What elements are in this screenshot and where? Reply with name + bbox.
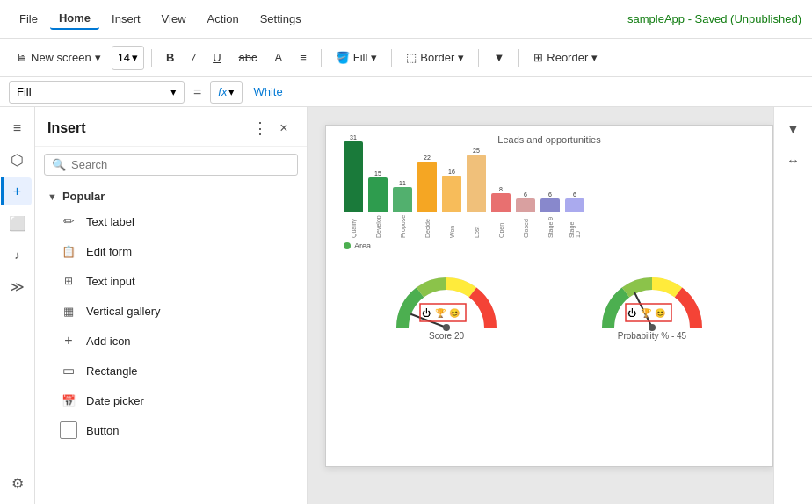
canvas-content: Leads and opportunities 31Qualify15Devel… — [325, 125, 773, 467]
align-button[interactable]: ≡ — [293, 47, 314, 68]
main-layout: ≡ ⬡ + ⬜ ♪ ≫ ⚙ Insert ⋮ × 🔍 ▼ Popular ✏ — [0, 107, 812, 504]
legend-dot — [344, 242, 351, 249]
legend-label: Area — [354, 241, 371, 250]
insert-title: Insert — [47, 120, 86, 136]
settings-icon[interactable]: ⚙ — [4, 469, 32, 497]
canvas-area: Leads and opportunities 31Qualify15Devel… — [308, 107, 773, 504]
insert-icon[interactable]: + — [1, 177, 32, 205]
chevron-down-icon: ▾ — [132, 51, 138, 64]
search-input[interactable] — [71, 158, 290, 171]
list-item[interactable]: 📋 Edit form — [35, 236, 307, 266]
gauge-1-label: Score 20 — [429, 331, 464, 341]
chart-legend: Area — [340, 241, 758, 250]
hamburger-icon[interactable]: ≡ — [4, 114, 32, 142]
left-sidebar: ≡ ⬡ + ⬜ ♪ ≫ ⚙ — [0, 107, 35, 504]
collapse-arrow-icon: ▼ — [47, 191, 57, 202]
bar-group: 22Decide — [417, 155, 437, 238]
menu-action[interactable]: Action — [199, 9, 248, 29]
collapse-icon[interactable]: ▼ — [779, 114, 808, 142]
reorder-button[interactable]: ⊞ Reorder ▾ — [526, 47, 605, 68]
gallery-icon: ▦ — [60, 302, 77, 320]
bar-group: 25Lost — [467, 148, 486, 238]
right-sidebar: ▼ ↔ — [773, 107, 812, 504]
edit-form-icon: 📋 — [60, 242, 77, 260]
svg-point-7 — [649, 324, 656, 331]
reorder-icon: ⊞ — [533, 51, 543, 64]
gauge-1: ⏻ 🏆 😊 Score 20 — [389, 266, 504, 341]
close-icon[interactable]: × — [273, 118, 294, 139]
more-options-icon[interactable]: ⋮ — [252, 119, 268, 138]
screen-icon: 🖥 — [16, 51, 27, 64]
italic-button[interactable]: / — [185, 47, 203, 68]
font-button[interactable]: A — [267, 47, 289, 68]
fx-button[interactable]: fx ▾ — [210, 81, 243, 104]
list-item[interactable]: + Add icon — [35, 326, 307, 356]
menu-home[interactable]: Home — [50, 8, 99, 30]
chevron-down-icon: ▾ — [228, 85, 235, 98]
formula-input[interactable] — [248, 81, 803, 104]
chart-container: Leads and opportunities 31Qualify15Devel… — [326, 126, 772, 254]
media-icon[interactable]: ♪ — [4, 241, 32, 269]
list-item[interactable]: ✏ Text label — [35, 206, 307, 236]
popular-section-header[interactable]: ▼ Popular — [35, 183, 307, 206]
list-item[interactable]: ▭ Rectangle — [35, 356, 307, 385]
button-icon — [60, 421, 77, 439]
app-status: sampleApp - Saved (Unpublished) — [627, 12, 801, 25]
text-input-icon: ⊞ — [60, 272, 77, 290]
data-icon[interactable]: ⬜ — [4, 209, 32, 237]
bar-group: 6Stage 9 — [540, 191, 560, 238]
menu-file[interactable]: File — [11, 9, 47, 29]
text-label-icon: ✏ — [60, 212, 77, 230]
dropdown-arrow: ▾ — [95, 51, 101, 64]
bar-group: 31Qualify — [344, 134, 363, 238]
separator — [151, 49, 152, 67]
gauge-2-wrap: ⏻ 🏆 😊 — [595, 266, 709, 328]
gauge-1-wrap: ⏻ 🏆 😊 — [389, 266, 504, 328]
fill-dropdown[interactable]: Fill ▾ — [9, 81, 185, 104]
chevron-down-icon: ▾ — [591, 51, 598, 64]
underline-button[interactable]: U — [206, 47, 228, 68]
connections-icon[interactable]: ≫ — [4, 272, 32, 300]
new-screen-button[interactable]: 🖥 New screen ▾ — [9, 47, 108, 68]
insert-items: ▼ Popular ✏ Text label 📋 Edit form ⊞ Tex… — [35, 183, 307, 504]
svg-text:⏻: ⏻ — [422, 308, 431, 318]
search-icon: 🔍 — [52, 158, 66, 171]
chevron-down-icon: ▾ — [371, 51, 377, 64]
menu-settings[interactable]: Settings — [251, 9, 310, 29]
chevron-down-icon: ▾ — [458, 51, 464, 64]
strikethrough-button[interactable]: abc — [232, 47, 265, 68]
chart-title: Leads and opportunities — [340, 134, 758, 145]
separator4 — [478, 49, 479, 67]
svg-text:😊: 😊 — [655, 307, 666, 319]
gauges-row: ⏻ 🏆 😊 Score 20 — [326, 257, 772, 349]
bar-group: 6Closed — [516, 191, 535, 238]
screens-icon[interactable]: ⬡ — [4, 146, 32, 174]
date-picker-icon: 📅 — [60, 392, 77, 409]
list-item[interactable]: 📅 Date picker — [35, 385, 307, 415]
dropdown-button[interactable]: ▼ — [486, 47, 511, 68]
list-item[interactable]: Button — [35, 415, 307, 445]
bar-group: 16Won — [442, 169, 461, 238]
font-size-dropdown[interactable]: 14 ▾ — [112, 46, 144, 70]
bar-chart: 31Qualify15Develop11Propose22Decide16Won… — [340, 150, 758, 238]
svg-text:⏻: ⏻ — [627, 308, 636, 318]
chevron-down-icon: ▾ — [170, 85, 177, 98]
gauge-2-label: Probability % - 45 — [618, 331, 686, 341]
svg-text:🏆: 🏆 — [435, 307, 446, 319]
border-button[interactable]: ⬚ Border ▾ — [399, 47, 471, 68]
separator5 — [518, 49, 519, 67]
menu-insert[interactable]: Insert — [103, 9, 149, 29]
menu-view[interactable]: View — [153, 9, 195, 29]
gauge-2: ⏻ 🏆 😊 Probability % - 45 — [595, 266, 709, 341]
fill-button[interactable]: 🪣 Fill ▾ — [329, 47, 385, 68]
menu-bar: File Home Insert View Action Settings sa… — [0, 0, 812, 39]
bold-button[interactable]: B — [159, 47, 181, 68]
list-item[interactable]: ▦ Vertical gallery — [35, 296, 307, 326]
separator3 — [391, 49, 392, 67]
formula-bar: Fill ▾ = fx ▾ — [0, 77, 812, 107]
list-item[interactable]: ⊞ Text input — [35, 266, 307, 296]
add-icon: + — [60, 332, 77, 349]
resize-icon[interactable]: ↔ — [779, 146, 808, 174]
search-bar: 🔍 — [44, 154, 298, 176]
svg-text:😊: 😊 — [449, 307, 460, 319]
